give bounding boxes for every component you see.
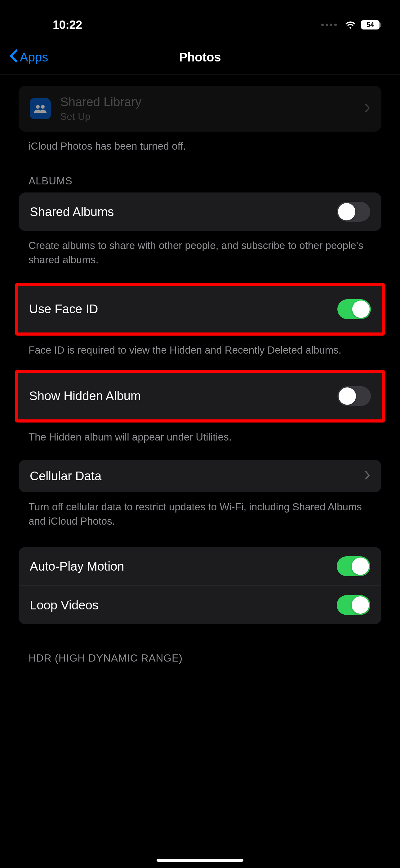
back-label: Apps (20, 50, 48, 64)
cellular-data-cell[interactable]: Cellular Data (19, 460, 381, 492)
cellular-footer: Turn off cellular data to restrict updat… (29, 500, 371, 528)
shared-library-title: Shared Library (60, 95, 365, 109)
back-button[interactable]: Apps (9, 49, 48, 65)
auto-play-motion-toggle[interactable] (337, 556, 370, 576)
chevron-right-icon (365, 471, 370, 481)
shared-library-cell[interactable]: Shared Library Set Up (19, 86, 381, 132)
use-face-id-cell[interactable]: Use Face ID (18, 286, 382, 333)
svg-point-0 (36, 105, 40, 108)
nav-bar: Apps Photos (0, 40, 400, 74)
icloud-footer: iCloud Photos has been turned off. (29, 139, 371, 153)
home-indicator[interactable] (157, 859, 243, 862)
loop-videos-toggle[interactable] (337, 595, 370, 615)
status-dots (321, 24, 337, 26)
shared-albums-cell[interactable]: Shared Albums (19, 192, 381, 231)
show-hidden-album-label: Show Hidden Album (29, 389, 337, 403)
status-right: 54 (321, 20, 381, 30)
loop-videos-label: Loop Videos (30, 598, 337, 612)
shared-albums-toggle[interactable] (337, 202, 370, 222)
status-bar: 10:22 54 (0, 0, 400, 40)
use-face-id-label: Use Face ID (29, 302, 337, 316)
face-id-footer: Face ID is required to view the Hidden a… (29, 343, 371, 357)
content: Shared Library Set Up iCloud Photos has … (0, 86, 400, 664)
loop-videos-cell[interactable]: Loop Videos (19, 586, 381, 624)
shared-albums-footer: Create albums to share with other people… (29, 239, 371, 267)
wifi-icon (344, 20, 357, 30)
albums-header: ALBUMS (29, 175, 371, 187)
chevron-right-icon (365, 103, 370, 114)
svg-point-1 (41, 105, 45, 108)
auto-play-motion-label: Auto-Play Motion (30, 559, 337, 574)
show-hidden-album-cell[interactable]: Show Hidden Album (18, 373, 382, 420)
shared-albums-label: Shared Albums (30, 205, 337, 219)
battery-percent: 54 (367, 21, 374, 29)
show-hidden-album-toggle[interactable] (337, 386, 371, 406)
battery-indicator: 54 (361, 20, 381, 30)
highlight-face-id: Use Face ID (15, 283, 385, 336)
people-icon (30, 98, 51, 119)
hdr-header: HDR (HIGH DYNAMIC RANGE) (29, 652, 371, 664)
auto-play-motion-cell[interactable]: Auto-Play Motion (19, 547, 381, 586)
status-time: 10:22 (53, 18, 82, 32)
cellular-data-label: Cellular Data (30, 469, 365, 483)
page-title: Photos (179, 50, 221, 64)
highlight-hidden-album: Show Hidden Album (15, 370, 385, 423)
chevron-left-icon (9, 49, 18, 65)
shared-library-subtitle: Set Up (60, 111, 365, 122)
use-face-id-toggle[interactable] (337, 299, 371, 319)
hidden-album-footer: The Hidden album will appear under Utili… (29, 430, 371, 444)
